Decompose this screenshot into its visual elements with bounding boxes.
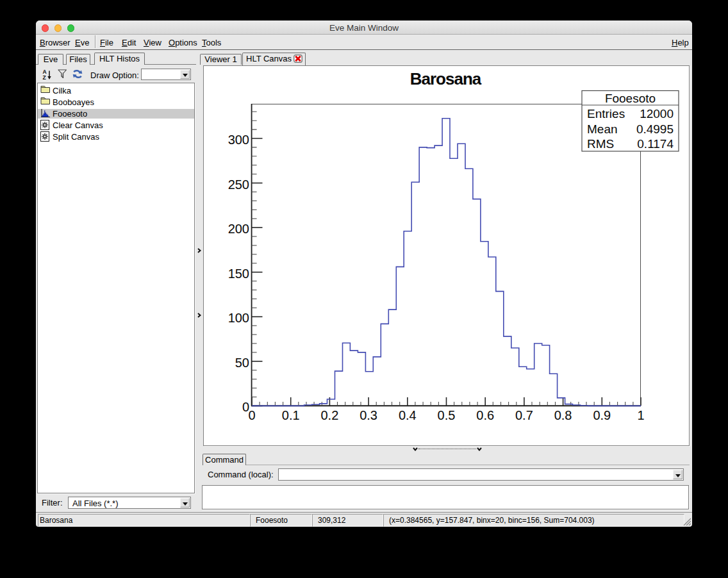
svg-text:0.9: 0.9 [593, 408, 611, 422]
svg-text:0.7: 0.7 [515, 408, 533, 422]
svg-text:Mean: Mean [587, 122, 618, 136]
svg-text:0.1174: 0.1174 [637, 137, 674, 151]
svg-text:150: 150 [228, 267, 249, 281]
svg-text:0: 0 [248, 408, 255, 422]
svg-text:Fooesoto: Fooesoto [605, 92, 656, 105]
svg-text:1: 1 [637, 408, 644, 422]
svg-text:200: 200 [228, 222, 249, 236]
svg-text:300: 300 [228, 133, 249, 147]
svg-text:0.6: 0.6 [476, 408, 494, 422]
svg-text:0.4: 0.4 [399, 408, 417, 422]
svg-text:250: 250 [228, 178, 249, 192]
svg-text:0.2: 0.2 [320, 408, 338, 422]
svg-text:100: 100 [228, 311, 249, 325]
svg-text:Barosana: Barosana [410, 69, 482, 88]
svg-text:0.4995: 0.4995 [636, 122, 674, 136]
svg-text:12000: 12000 [640, 107, 674, 120]
svg-text:RMS: RMS [587, 137, 614, 151]
svg-text:0.5: 0.5 [438, 408, 456, 422]
svg-text:Entries: Entries [587, 107, 625, 120]
svg-text:0.3: 0.3 [360, 408, 377, 422]
svg-text:0.1: 0.1 [282, 408, 300, 422]
svg-text:Z: Z [43, 74, 46, 81]
svg-text:0.8: 0.8 [554, 408, 572, 422]
svg-text:50: 50 [235, 356, 249, 370]
